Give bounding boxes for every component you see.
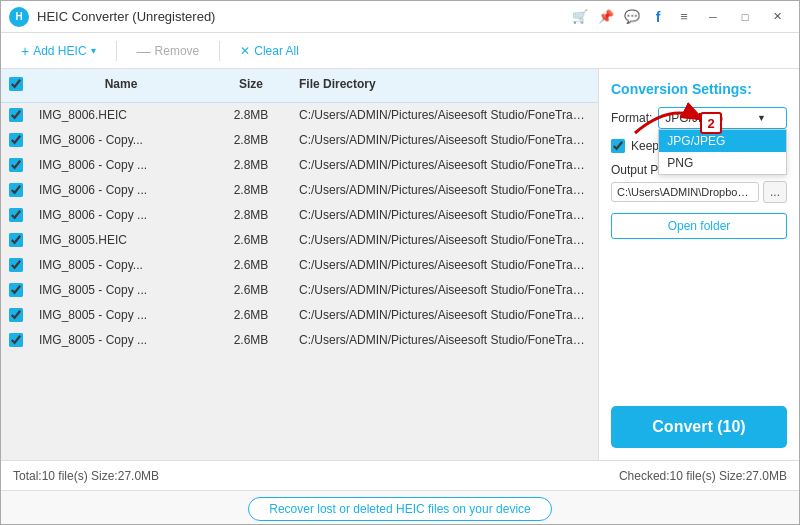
row-checkbox[interactable] [9,108,23,122]
row-size: 2.8MB [211,128,291,152]
recovery-button[interactable]: Recover lost or deleted HEIC files on yo… [248,497,551,521]
row-name: IMG_8005 - Copy ... [31,278,211,302]
app-title: HEIC Converter (Unregistered) [37,9,569,24]
row-size: 2.6MB [211,228,291,252]
pin-icon[interactable]: 📌 [595,6,617,28]
row-checkbox-cell [1,203,31,227]
row-checkbox-cell [1,178,31,202]
maximize-button[interactable]: □ [731,6,759,28]
window-controls: 🛒 📌 💬 f ≡ ─ □ ✕ [569,6,791,28]
row-size: 2.8MB [211,153,291,177]
panel-title: Conversion Settings: [611,81,787,97]
row-checkbox[interactable] [9,283,23,297]
menu-icon[interactable]: ≡ [673,6,695,28]
output-path-row: ... [611,181,787,203]
table-body: IMG_8006.HEIC 2.8MB C:/Users/ADMIN/Pictu… [1,103,598,460]
row-path: C:/Users/ADMIN/Pictures/Aiseesoft Studio… [291,178,598,202]
table-row: IMG_8005.HEIC 2.6MB C:/Users/ADMIN/Pictu… [1,228,598,253]
table-row: IMG_8006 - Copy... 2.8MB C:/Users/ADMIN/… [1,128,598,153]
row-size: 2.6MB [211,303,291,327]
row-path: C:/Users/ADMIN/Pictures/Aiseesoft Studio… [291,253,598,277]
clear-all-button[interactable]: ✕ Clear All [232,40,307,62]
row-checkbox[interactable] [9,333,23,347]
keep-exif-checkbox[interactable] [611,139,625,153]
format-row: Format: JPG/JPEG ▼ JPG/JPEG PNG [611,107,787,129]
row-size: 2.6MB [211,328,291,352]
app-logo: H [9,7,29,27]
minimize-button[interactable]: ─ [699,6,727,28]
format-value: JPG/JPEG [665,111,723,125]
row-size: 2.6MB [211,278,291,302]
table-row: IMG_8006 - Copy ... 2.8MB C:/Users/ADMIN… [1,153,598,178]
table-header: Name Size File Directory [1,69,598,103]
toolbar-separator-1 [116,41,117,61]
table-row: IMG_8005 - Copy ... 2.6MB C:/Users/ADMIN… [1,328,598,353]
row-checkbox-cell [1,303,31,327]
row-checkbox[interactable] [9,308,23,322]
row-path: C:/Users/ADMIN/Pictures/Aiseesoft Studio… [291,303,598,327]
table-row: IMG_8005 - Copy ... 2.6MB C:/Users/ADMIN… [1,278,598,303]
toolbar: + Add HEIC ▾ — Remove ✕ Clear All [1,33,799,69]
row-checkbox-cell [1,328,31,352]
row-size: 2.8MB [211,178,291,202]
row-name: IMG_8005.HEIC [31,228,211,252]
row-checkbox[interactable] [9,158,23,172]
row-checkbox-cell [1,128,31,152]
recovery-bar: Recover lost or deleted HEIC files on yo… [1,490,799,525]
format-dropdown-button[interactable]: JPG/JPEG ▼ [658,107,787,129]
row-path: C:/Users/ADMIN/Pictures/Aiseesoft Studio… [291,103,598,127]
format-option-jpg[interactable]: JPG/JPEG [659,130,786,152]
row-name: IMG_8006 - Copy ... [31,153,211,177]
format-option-png[interactable]: PNG [659,152,786,174]
row-checkbox[interactable] [9,258,23,272]
row-size: 2.6MB [211,253,291,277]
toolbar-separator-2 [219,41,220,61]
convert-button[interactable]: Convert (10) [611,406,787,448]
open-folder-button[interactable]: Open folder [611,213,787,239]
header-directory: File Directory [291,73,598,98]
add-heic-button[interactable]: + Add HEIC ▾ [13,39,104,63]
table-row: IMG_8005 - Copy... 2.6MB C:/Users/ADMIN/… [1,253,598,278]
output-path-input[interactable] [611,182,759,202]
row-checkbox-cell [1,228,31,252]
header-checkbox-col [1,73,31,98]
row-path: C:/Users/ADMIN/Pictures/Aiseesoft Studio… [291,328,598,352]
row-path: C:/Users/ADMIN/Pictures/Aiseesoft Studio… [291,128,598,152]
row-name: IMG_8006 - Copy ... [31,203,211,227]
chevron-down-icon[interactable]: ▾ [91,45,96,56]
row-checkbox[interactable] [9,183,23,197]
row-path: C:/Users/ADMIN/Pictures/Aiseesoft Studio… [291,228,598,252]
clear-all-label: Clear All [254,44,299,58]
checked-status: Checked:10 file(s) Size:27.0MB [619,469,787,483]
format-dropdown-wrapper: JPG/JPEG ▼ JPG/JPEG PNG [658,107,787,129]
row-checkbox[interactable] [9,208,23,222]
facebook-icon[interactable]: f [647,6,669,28]
close-button[interactable]: ✕ [763,6,791,28]
add-icon: + [21,43,29,59]
row-checkbox[interactable] [9,233,23,247]
add-heic-label: Add HEIC [33,44,86,58]
row-path: C:/Users/ADMIN/Pictures/Aiseesoft Studio… [291,153,598,177]
row-size: 2.8MB [211,203,291,227]
remove-label: Remove [155,44,200,58]
row-name: IMG_8006.HEIC [31,103,211,127]
browse-button[interactable]: ... [763,181,787,203]
chat-icon[interactable]: 💬 [621,6,643,28]
table-row: IMG_8006 - Copy ... 2.8MB C:/Users/ADMIN… [1,203,598,228]
main-layout: Name Size File Directory IMG_8006.HEIC 2… [1,69,799,460]
cart-icon[interactable]: 🛒 [569,6,591,28]
row-name: IMG_8005 - Copy... [31,253,211,277]
format-dropdown-menu: JPG/JPEG PNG [658,129,787,175]
table-row: IMG_8006 - Copy ... 2.8MB C:/Users/ADMIN… [1,178,598,203]
row-name: IMG_8006 - Copy ... [31,178,211,202]
row-checkbox-cell [1,278,31,302]
select-all-checkbox[interactable] [9,77,23,91]
header-size: Size [211,73,291,98]
row-checkbox-cell [1,253,31,277]
remove-icon: — [137,43,151,59]
row-name: IMG_8005 - Copy ... [31,328,211,352]
row-checkbox-cell [1,153,31,177]
row-size: 2.8MB [211,103,291,127]
remove-button[interactable]: — Remove [129,39,208,63]
row-checkbox[interactable] [9,133,23,147]
